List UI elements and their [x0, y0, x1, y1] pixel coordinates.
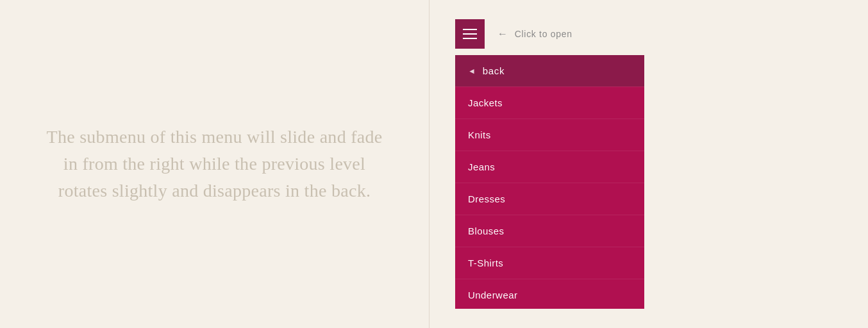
arrow-left-icon: ← [497, 28, 508, 40]
menu-back-item[interactable]: ◄ back [455, 55, 644, 86]
click-to-open-text: Click to open [515, 29, 572, 39]
chevron-left-icon: ◄ [468, 67, 476, 76]
menu-item-dresses[interactable]: Dresses [455, 183, 644, 215]
hamburger-line-1 [463, 29, 477, 30]
menu-container: ◄ back Jackets Knits Jeans Dresses Blous… [455, 55, 644, 309]
right-section: ← Click to open ◄ back Jackets Knits Jea… [430, 0, 868, 328]
hamburger-button[interactable] [455, 19, 485, 49]
menu-item-underwear[interactable]: Underwear [455, 279, 644, 309]
menu-header: ← Click to open [455, 19, 572, 49]
hamburger-line-3 [463, 38, 477, 39]
menu-item-jackets[interactable]: Jackets [455, 86, 644, 119]
menu-item-blouses[interactable]: Blouses [455, 215, 644, 247]
left-section: The submenu of this menu will slide and … [0, 0, 430, 328]
click-to-open-label: ← Click to open [497, 28, 572, 40]
menu-item-jeans[interactable]: Jeans [455, 151, 644, 183]
description-text: The submenu of this menu will slide and … [38, 124, 390, 204]
menu-item-tshirts[interactable]: T-Shirts [455, 247, 644, 279]
menu-item-knits[interactable]: Knits [455, 119, 644, 151]
back-label: back [483, 65, 505, 76]
hamburger-line-2 [463, 33, 477, 35]
